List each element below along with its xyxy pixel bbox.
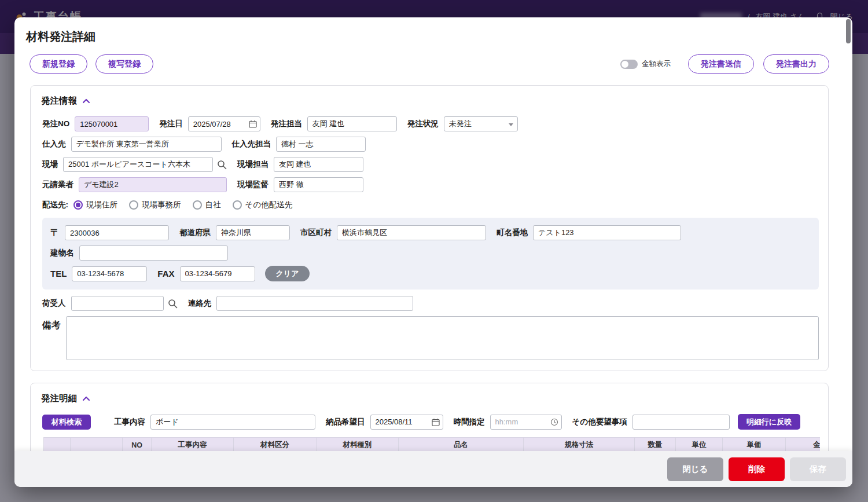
copy-register-button[interactable]: 複写登録 [95,54,153,74]
other-request-input[interactable] [632,415,730,430]
modal-toolbar: 新規登録 複写登録 金額表示 発注書送信 発注書出力 [30,54,829,74]
clock-icon[interactable] [550,418,558,426]
material-order-detail-modal: 材料発注詳細 新規登録 複写登録 金額表示 発注書送信 発注書出力 発注情報 発… [14,17,852,487]
fax-label: FAX [157,269,174,279]
order-row-4: 元請業者 現場監督 [42,177,819,192]
radio-label: 現場事務所 [142,200,181,210]
modal-title: 材料発注詳細 [26,29,852,45]
send-order-button[interactable]: 発注書送信 [688,54,754,74]
site-person-input[interactable] [274,157,363,172]
site-search-icon[interactable] [217,160,227,170]
fax-input[interactable] [180,266,255,281]
contact-input[interactable] [216,296,413,311]
col-unit-price: 単価 [723,438,786,453]
prefecture-label: 都道府県 [179,228,211,238]
new-register-button[interactable]: 新規登録 [30,54,87,74]
radio-site-office[interactable]: 現場事務所 [129,200,181,210]
radio-dot-selected [73,200,83,210]
order-row-3: 現場 現場担当 [42,157,819,172]
address-row-1: 〒 都道府県 市区町村 町名番地 [50,225,811,240]
order-detail-title: 発注明細 [41,393,77,405]
receiver-input[interactable] [71,296,164,311]
save-button[interactable]: 保存 [790,457,846,481]
detail-controls-row: 材料検索 工事内容 納品希望日 時間指定 その他要望事項 明細行に反映 [42,414,819,430]
col-amount: 金額 [786,438,821,453]
radio-other-destination[interactable]: その他配送先 [233,200,293,210]
col-work: 工事内容 [152,438,234,453]
supplier-input[interactable] [71,137,222,152]
site-input[interactable] [63,157,213,172]
site-supervisor-input[interactable] [274,177,363,192]
output-order-button[interactable]: 発注書出力 [763,54,829,74]
col-no: NO [123,438,152,453]
receiver-row: 荷受人 連絡先 [42,296,819,311]
col-category: 材料区分 [234,438,317,453]
prime-contractor-input[interactable] [79,177,227,192]
tel-input[interactable] [72,266,147,281]
delivery-address-block: 〒 都道府県 市区町村 町名番地 建物名 TEL FAX クリア [42,218,819,290]
receiver-search-icon[interactable] [168,299,178,309]
other-request-label: その他要望事項 [572,417,627,427]
radio-label: 現場住所 [86,200,117,210]
radio-site-address[interactable]: 現場住所 [73,200,117,210]
modal-scrollbar[interactable] [846,19,851,485]
site-label: 現場 [42,159,58,170]
radio-own-company[interactable]: 自社 [193,200,221,210]
collapse-chevron-up-icon[interactable] [82,98,90,104]
postal-input[interactable] [65,225,169,240]
amount-display-toggle[interactable] [620,60,638,69]
delivery-date-label: 納品希望日 [326,417,365,427]
col-product: 品名 [399,438,524,453]
radio-dot [129,200,138,210]
table-header-row: NO 工事内容 材料区分 材料種別 品名 規格寸法 数量 単位 単価 金額 [44,438,821,453]
remarks-row: 備考 [42,316,819,360]
site-supervisor-label: 現場監督 [237,179,269,190]
contact-label: 連絡先 [188,298,212,309]
order-person-input[interactable] [307,116,397,131]
scrollbar-thumb[interactable] [846,19,851,43]
collapse-chevron-up-icon[interactable] [82,396,90,401]
chevron-down-icon [509,123,513,126]
order-info-title: 発注情報 [41,95,77,107]
delete-button[interactable]: 削除 [729,457,785,481]
order-no-input[interactable] [75,116,149,131]
toggle-knob [621,61,628,68]
calendar-icon[interactable] [432,418,440,426]
remarks-textarea[interactable] [66,316,819,360]
clear-button[interactable]: クリア [265,266,310,281]
supplier-label: 仕入先 [42,139,66,149]
order-row-1: 発注NO 発注日 発注担当 発注状況 未発注 [42,116,819,131]
work-content-label: 工事内容 [114,417,145,427]
postal-mark-label: 〒 [50,227,60,239]
prime-contractor-label: 元請業者 [42,179,73,190]
col-blank [44,438,71,453]
delivery-row: 配送先: 現場住所 現場事務所 自社 その他配送先 [42,200,819,210]
apply-to-rows-button[interactable]: 明細行に反映 [738,414,800,430]
order-date-label: 発注日 [159,119,183,129]
amount-display-label: 金額表示 [642,59,671,69]
col-action [71,438,123,453]
address-row-2: 建物名 [50,245,811,261]
material-search-button[interactable]: 材料検索 [42,415,91,430]
order-status-select[interactable]: 未発注 [444,116,518,131]
work-content-input[interactable] [150,415,315,430]
close-button[interactable]: 閉じる [667,457,723,481]
city-input[interactable] [337,225,486,240]
calendar-icon[interactable] [249,120,257,128]
delivery-label: 配送先: [42,200,68,210]
street-input[interactable] [533,225,681,240]
time-label: 時間指定 [454,417,485,427]
supplier-person-input[interactable] [276,137,366,152]
supplier-person-label: 仕入先担当 [232,139,271,149]
building-input[interactable] [79,245,228,261]
prefecture-input[interactable] [216,225,290,240]
col-qty: 数量 [635,438,676,453]
site-person-label: 現場担当 [237,159,269,170]
radio-dot [193,200,202,210]
order-person-label: 発注担当 [271,119,302,129]
order-info-section: 発注情報 発注NO 発注日 発注担当 発注状況 未発注 [30,85,829,371]
street-label: 町名番地 [496,228,528,238]
radio-dot [233,200,242,210]
order-status-label: 発注状況 [407,119,439,129]
modal-footer: 閉じる 削除 保存 [14,451,852,487]
